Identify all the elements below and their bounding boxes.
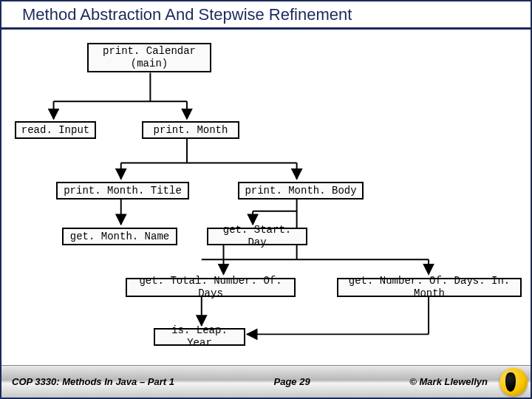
node-is-leap-year: is. Leap. Year <box>154 328 245 346</box>
page-title: Method Abstraction And Stepwise Refineme… <box>22 5 352 24</box>
footer-page: Page 29 <box>174 376 409 387</box>
node-print-month-body: print. Month. Body <box>238 182 364 200</box>
node-get-days-in-month: get. Number. Of. Days. In. Month <box>337 278 522 297</box>
node-get-start-day: get. Start. Day <box>207 228 307 245</box>
node-print-calendar: print. Calendar (main) <box>87 43 211 72</box>
diagram-canvas: print. Calendar (main) read. Input print… <box>1 33 531 365</box>
node-get-total-days: get. Total. Number. Of. Days <box>126 278 296 297</box>
node-print-month-title: print. Month. Title <box>56 182 189 200</box>
footer-course: COP 3330: Methods In Java – Part 1 <box>12 376 174 387</box>
footer-bar: COP 3330: Methods In Java – Part 1 Page … <box>1 365 531 398</box>
node-print-month: print. Month <box>142 121 239 139</box>
node-read-input: read. Input <box>15 121 96 139</box>
ucf-logo-icon <box>499 368 528 396</box>
slide: Method Abstraction And Stepwise Refineme… <box>0 0 532 399</box>
title-band: Method Abstraction And Stepwise Refineme… <box>1 1 531 30</box>
node-get-month-name: get. Month. Name <box>62 228 177 245</box>
footer-copyright: © Mark Llewellyn <box>409 376 488 387</box>
